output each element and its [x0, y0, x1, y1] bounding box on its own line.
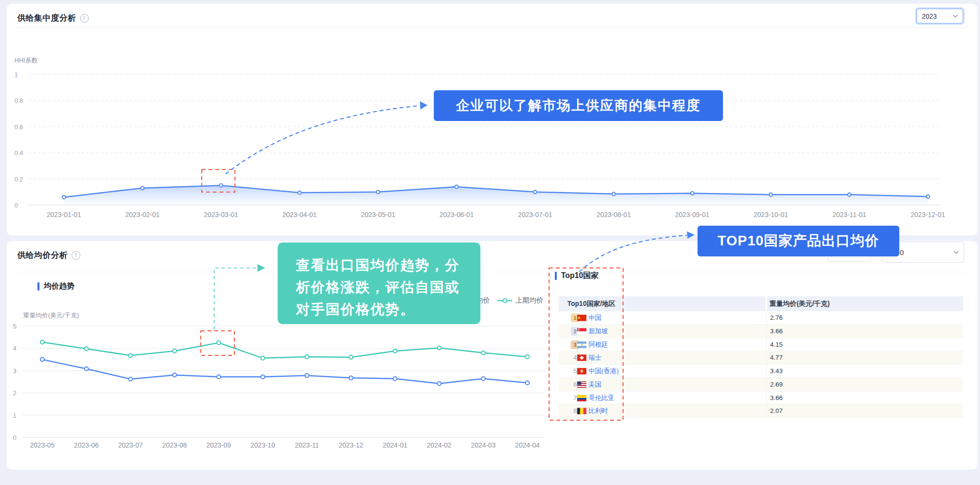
country-link[interactable]: 美国	[588, 378, 601, 391]
data-point	[305, 374, 309, 377]
data-point	[926, 195, 930, 198]
data-point	[481, 351, 485, 355]
data-point	[172, 373, 176, 377]
svg-text:0.4: 0.4	[14, 149, 23, 157]
country-flag	[577, 341, 587, 348]
hk-flag-icon: ✻	[577, 368, 587, 375]
data-point	[612, 192, 615, 195]
svg-text:0.8: 0.8	[14, 97, 23, 104]
data-point	[393, 349, 397, 353]
svg-text:★: ★	[577, 315, 581, 320]
callout-top10: TOP10国家产品出口均价	[698, 226, 899, 256]
svg-text:2023-11-01: 2023-11-01	[833, 211, 867, 218]
svg-text:✻: ✻	[580, 369, 584, 374]
svg-text:2023-06-01: 2023-06-01	[440, 211, 474, 218]
top10-table-body: 1★中国2.762新加坡3.663阿根廷4.154瑞士4.775✻中国(香港)3…	[559, 311, 963, 418]
data-point	[85, 347, 88, 351]
svg-text:2023-08: 2023-08	[162, 441, 187, 449]
country-link[interactable]: 比利时	[588, 404, 608, 417]
data-point	[40, 340, 44, 344]
svg-text:2023-04-01: 2023-04-01	[282, 211, 317, 218]
hhi-area	[64, 185, 928, 205]
price-value: 4.15	[770, 338, 783, 351]
table-row: 8比利时2.07	[559, 404, 963, 418]
data-point	[848, 193, 851, 196]
table-row: 1★中国2.76	[559, 311, 963, 325]
svg-text:2023-08-01: 2023-08-01	[597, 211, 631, 218]
data-point	[261, 375, 265, 379]
svg-text:2023-12: 2023-12	[339, 441, 364, 449]
dashboard-page: 供给集中度分析 2023 HHI系数 10.80.60.40.202023-01…	[0, 0, 980, 485]
data-point	[129, 353, 133, 357]
country-flag	[577, 354, 587, 361]
chevron-down-icon	[954, 251, 959, 254]
price-value: 2.76	[770, 311, 783, 324]
data-point	[40, 358, 44, 362]
accent-bar	[555, 272, 557, 280]
country-link[interactable]: 哥伦比亚	[588, 391, 614, 404]
top10-subtitle: Top10国家	[555, 271, 599, 281]
table-row: 7哥伦比亚3.66	[559, 391, 963, 405]
callout-price-trend: 查看出口国均价趋势，分 析价格涨跌，评估自国或 对手国价格优势。	[278, 242, 480, 324]
topn-select-value: 0	[900, 248, 904, 256]
svg-text:2023-07-01: 2023-07-01	[518, 211, 552, 218]
header-gap	[766, 296, 767, 311]
country-link[interactable]: 中国	[588, 311, 601, 324]
country-link[interactable]: 新加坡	[588, 325, 608, 338]
svg-text:0: 0	[14, 202, 18, 209]
data-point	[769, 193, 772, 196]
price-value: 2.07	[770, 404, 783, 417]
table-row: 3阿根廷4.15	[559, 338, 963, 352]
svg-text:2023-11: 2023-11	[295, 441, 319, 449]
sg-flag-icon	[577, 328, 587, 335]
svg-text:2023-03-01: 2023-03-01	[204, 211, 238, 218]
country-flag	[577, 381, 587, 388]
data-point	[437, 382, 441, 386]
svg-text:2023-06: 2023-06	[74, 441, 99, 449]
country-flag: ✻	[577, 368, 587, 375]
country-link[interactable]: 阿根廷	[588, 338, 608, 351]
callout-concentration: 企业可以了解市场上供应商的集中程度	[434, 90, 723, 121]
ar-flag-icon	[577, 341, 587, 348]
svg-text:1: 1	[14, 71, 18, 78]
svg-text:2023-10-01: 2023-10-01	[754, 211, 788, 218]
country-flag	[577, 408, 587, 414]
table-row: 5✻中国(香港)3.43	[559, 364, 963, 378]
svg-text:5: 5	[13, 323, 16, 330]
data-point	[393, 377, 397, 381]
price-value: 2.69	[770, 378, 783, 391]
svg-text:2024-03: 2024-03	[471, 441, 496, 449]
data-point	[298, 191, 301, 194]
svg-text:4: 4	[13, 345, 16, 352]
us-flag-icon	[577, 381, 587, 388]
country-flag	[577, 328, 587, 335]
svg-text:2023-12-01: 2023-12-01	[911, 211, 945, 218]
price-value: 3.66	[770, 325, 783, 338]
data-point	[455, 185, 458, 188]
data-point	[349, 355, 353, 359]
svg-text:2023-05: 2023-05	[30, 441, 55, 449]
ch-flag-icon	[577, 354, 587, 361]
column-divider	[766, 311, 767, 418]
data-point	[220, 184, 223, 187]
series-line	[42, 342, 527, 358]
svg-text:2023-09-01: 2023-09-01	[675, 211, 710, 218]
svg-text:2023-02-01: 2023-02-01	[125, 211, 160, 218]
table-row: 2新加坡3.66	[559, 325, 963, 338]
data-point	[217, 375, 220, 379]
data-point	[691, 192, 694, 195]
country-flag	[577, 395, 587, 401]
data-point	[62, 195, 66, 199]
be-flag-icon	[577, 408, 587, 414]
svg-text:0.2: 0.2	[14, 176, 23, 183]
data-point	[377, 190, 380, 194]
country-link[interactable]: 中国(香港)	[588, 364, 619, 377]
supply-price-card: 供给均价分析 均价趋势 重量均价上期均价 重量均价(美元/千克) 5432102…	[7, 241, 978, 470]
co-flag-icon	[577, 395, 587, 401]
svg-text:3: 3	[13, 367, 16, 375]
country-link[interactable]: 瑞士	[588, 351, 601, 364]
data-point	[305, 355, 309, 359]
data-point	[534, 190, 537, 194]
svg-text:2: 2	[13, 389, 16, 397]
data-point	[526, 355, 529, 359]
